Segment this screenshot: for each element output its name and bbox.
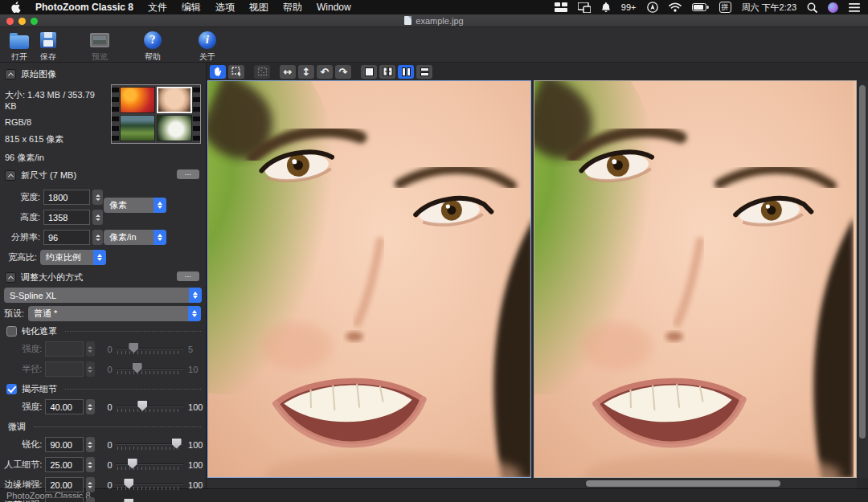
preview-pane-before[interactable] — [207, 80, 531, 478]
aspect-ratio-dropdown[interactable]: 约束比例 — [40, 250, 106, 265]
edge-boost-stepper[interactable] — [86, 477, 95, 492]
menu-help[interactable]: 帮助 — [283, 1, 302, 14]
artificial-detail-stepper[interactable] — [86, 457, 95, 472]
width-field[interactable]: 1800 — [43, 190, 90, 205]
collapse-original-button[interactable] — [5, 69, 16, 80]
side-by-side-view-button[interactable] — [398, 65, 414, 79]
edge-boost-slider[interactable] — [116, 478, 184, 492]
detail-boost-slider[interactable] — [116, 498, 184, 502]
selection-tool-button[interactable] — [228, 65, 244, 79]
input-method-badge[interactable]: 拼 — [719, 2, 731, 13]
unsharp-mask-checkbox[interactable] — [6, 326, 17, 337]
menu-bar: PhotoZoom Classic 8 文件 编辑 选项 视图 帮助 Windo… — [0, 0, 868, 14]
resize-method-dropdown[interactable]: S-Spline XL — [4, 288, 202, 303]
detail-boost-stepper[interactable] — [86, 497, 95, 502]
edge-boost-row: 边缘增强: 20.00 0 100 — [0, 475, 206, 495]
single-view-button[interactable] — [361, 65, 377, 79]
collapse-resize-method-button[interactable] — [5, 272, 16, 283]
thumbnail-fruit[interactable] — [120, 87, 155, 113]
sharpen-stepper[interactable] — [86, 437, 95, 452]
stacked-view-icon — [420, 67, 429, 76]
control-center-list-icon[interactable] — [849, 2, 860, 13]
reveal-strength-row: 强度: 40.00 0 100 — [0, 397, 206, 417]
location-icon[interactable] — [647, 2, 658, 13]
rotate-ccw-button[interactable]: ↶ — [317, 65, 333, 79]
horizontal-scrollbar-thumb[interactable] — [586, 480, 780, 487]
title-bar[interactable]: example.jpg — [0, 14, 868, 27]
new-size-more-button[interactable]: … — [177, 169, 199, 179]
menu-edit[interactable]: 编辑 — [182, 1, 201, 14]
save-button[interactable]: 保存 — [35, 30, 61, 63]
thumbnail-frog[interactable] — [120, 115, 155, 141]
menu-file[interactable]: 文件 — [148, 1, 167, 14]
open-button[interactable]: 打开 — [6, 30, 32, 63]
about-info-icon: i — [197, 30, 218, 51]
help-button[interactable]: ? 帮助 — [140, 30, 166, 63]
sharpen-field[interactable]: 90.00 — [45, 437, 84, 452]
reveal-details-checkbox[interactable] — [6, 384, 17, 394]
collapse-new-size-button[interactable] — [5, 170, 16, 181]
resolution-field[interactable]: 96 — [43, 230, 90, 245]
height-field[interactable]: 1358 — [43, 210, 90, 225]
apple-menu-icon[interactable] — [11, 2, 21, 13]
app-toolbar: 打开 保存 预览 ? 帮助 i 关于 — [0, 27, 868, 63]
display-icon[interactable] — [578, 2, 591, 13]
vertical-scrollbar[interactable] — [858, 80, 868, 478]
document-icon — [404, 16, 411, 25]
wifi-icon[interactable] — [669, 2, 682, 13]
preset-dropdown[interactable]: 普通 * — [28, 306, 201, 321]
flip-horizontal-button[interactable]: ↔ — [280, 65, 296, 79]
detail-boost-field[interactable]: 20.00 — [45, 497, 84, 502]
menubar-clock[interactable]: 周六 下午2:23 — [742, 2, 796, 14]
resolution-stepper[interactable] — [92, 230, 103, 245]
siri-icon[interactable] — [828, 2, 838, 13]
filmstrip-holes — [193, 85, 200, 143]
about-button[interactable]: i 关于 — [194, 30, 220, 63]
crop-icon — [257, 67, 268, 76]
sharpen-slider[interactable] — [116, 438, 184, 452]
unsharp-strength-slider — [116, 342, 184, 357]
artificial-detail-slider[interactable] — [116, 458, 184, 472]
thumbnail-woman-selected[interactable] — [157, 87, 192, 113]
artificial-detail-field[interactable]: 25.00 — [45, 457, 84, 472]
menu-view[interactable]: 视图 — [249, 1, 268, 14]
rotate-cw-button[interactable]: ↷ — [335, 65, 351, 79]
divider — [65, 389, 201, 390]
menu-options[interactable]: 选项 — [215, 1, 235, 14]
thumbnail-lily[interactable] — [157, 115, 192, 141]
menu-window[interactable]: Window — [317, 2, 351, 13]
reveal-strength-stepper[interactable] — [86, 399, 95, 414]
horizontal-scrollbar[interactable] — [207, 479, 857, 488]
resolution-unit-dropdown[interactable]: 像素/in — [104, 230, 166, 245]
preview-pane-after[interactable] — [534, 80, 858, 478]
vertical-scrollbar-thumb[interactable] — [859, 85, 866, 439]
stacked-view-button[interactable] — [416, 65, 432, 79]
zoom-button[interactable] — [31, 18, 38, 25]
unsharp-radius-stepper — [86, 361, 95, 377]
notification-count[interactable]: 99+ — [621, 2, 637, 12]
edge-boost-field[interactable]: 20.00 — [45, 477, 84, 492]
resize-method-more-button[interactable]: … — [177, 271, 199, 281]
hand-tool-button[interactable] — [210, 65, 226, 79]
split-view-button[interactable] — [379, 65, 395, 79]
help-question-icon: ? — [142, 30, 163, 51]
resize-method-section-header: 调整大小的方式 … — [0, 269, 206, 286]
close-button[interactable] — [6, 18, 14, 25]
view-toolstrip: ↔ ↕ ↶ ↷ — [207, 63, 868, 80]
notification-bell-icon[interactable] — [601, 2, 611, 13]
height-stepper[interactable] — [92, 210, 103, 225]
open-folder-icon — [9, 30, 30, 51]
reveal-strength-slider[interactable] — [116, 400, 184, 414]
minimize-button[interactable] — [18, 18, 26, 25]
reveal-strength-field[interactable]: 40.00 — [45, 399, 84, 414]
search-icon[interactable] — [807, 2, 817, 13]
main-area: ↔ ↕ ↶ ↷ — [207, 63, 868, 488]
battery-icon[interactable] — [692, 2, 709, 13]
flip-vertical-button[interactable]: ↕ — [298, 65, 314, 79]
artificial-detail-row: 人工细节: 25.00 0 100 — [0, 455, 206, 475]
window-tiles-icon[interactable] — [555, 2, 567, 13]
dropdown-arrows-icon — [188, 306, 201, 321]
image-navigator-thumbnail[interactable] — [111, 84, 201, 144]
width-stepper[interactable] — [92, 190, 103, 205]
menubar-app-name[interactable]: PhotoZoom Classic 8 — [35, 2, 133, 13]
